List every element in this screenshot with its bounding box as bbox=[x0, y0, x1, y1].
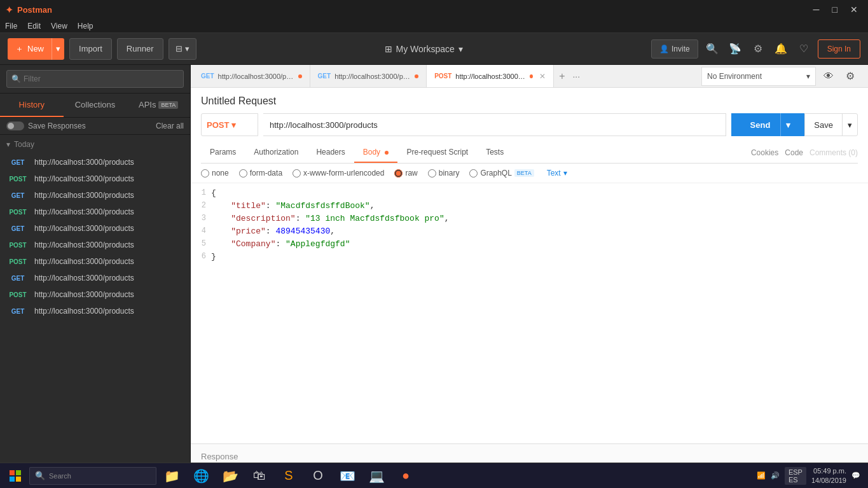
list-item[interactable]: GET http://localhost:3000/products bbox=[0, 220, 190, 237]
list-item[interactable]: POST http://localhost:3000/products bbox=[0, 204, 190, 220]
invite-button[interactable]: 👤 Invite bbox=[651, 39, 698, 59]
sync-icon: ⊟ bbox=[176, 44, 183, 53]
menu-file[interactable]: File bbox=[5, 22, 17, 31]
more-tabs-button[interactable]: ··· bbox=[570, 71, 582, 81]
new-button[interactable]: ＋ New ▾ bbox=[8, 38, 64, 60]
menu-edit[interactable]: Edit bbox=[27, 22, 41, 31]
heart-icon-btn[interactable]: ♡ bbox=[795, 40, 813, 58]
request-tab-1[interactable]: GET http://localhost:3000/products bbox=[310, 65, 427, 87]
taskbar-app-files[interactable]: 📂 bbox=[216, 463, 244, 489]
taskbar-app-sublime[interactable]: S bbox=[275, 463, 303, 489]
radio-urlencoded-input[interactable] bbox=[293, 169, 301, 178]
maximize-button[interactable]: □ bbox=[827, 3, 843, 16]
title-bar-left: ✦ Postman bbox=[5, 4, 52, 16]
satellite-icon-btn[interactable]: 📡 bbox=[726, 40, 744, 58]
radio-none[interactable]: none bbox=[201, 169, 229, 178]
send-button-main[interactable]: Send bbox=[740, 113, 782, 136]
import-button[interactable]: Import bbox=[69, 38, 112, 60]
workspace-button[interactable]: ⊞ My Workspace ▾ bbox=[385, 44, 463, 54]
sidebar-tab-history[interactable]: History bbox=[0, 94, 64, 117]
list-item[interactable]: GET http://localhost:3000/products bbox=[0, 303, 190, 319]
list-item[interactable]: POST http://localhost:3000/products bbox=[0, 171, 190, 187]
tab-close-button[interactable]: ✕ bbox=[539, 72, 546, 81]
taskbar-notification-icon[interactable]: 💬 bbox=[851, 471, 860, 480]
settings-icon-btn[interactable]: ⚙ bbox=[749, 40, 767, 58]
cookies-link[interactable]: Cookies bbox=[751, 148, 778, 157]
taskbar-app-opera[interactable]: O bbox=[304, 463, 332, 489]
save-button[interactable]: Save ▾ bbox=[804, 113, 858, 136]
history-url: http://localhost:3000/products bbox=[34, 241, 134, 249]
list-item[interactable]: GET http://localhost:3000/products bbox=[0, 187, 190, 204]
list-item[interactable]: GET http://localhost:3000/products bbox=[0, 270, 190, 286]
sign-in-button[interactable]: Sign In bbox=[818, 39, 860, 59]
clear-all-button[interactable]: Clear all bbox=[156, 122, 184, 130]
code-line-6: 6 } bbox=[191, 252, 868, 265]
toggle-switch[interactable] bbox=[6, 122, 24, 130]
new-button-main[interactable]: ＋ New bbox=[8, 38, 52, 60]
runner-button[interactable]: Runner bbox=[117, 38, 163, 60]
menu-view[interactable]: View bbox=[51, 22, 67, 31]
tab-url-0: http://localhost:3000/products bbox=[218, 73, 294, 80]
new-button-arrow[interactable]: ▾ bbox=[52, 38, 64, 60]
method-selector[interactable]: POST ▾ bbox=[201, 113, 258, 136]
menu-help[interactable]: Help bbox=[78, 22, 93, 31]
sidebar-tab-collections[interactable]: Collections bbox=[64, 94, 127, 117]
subtab-tests[interactable]: Tests bbox=[477, 143, 513, 163]
taskbar-volume-icon: 🔊 bbox=[771, 471, 780, 480]
close-button[interactable]: ✕ bbox=[845, 3, 863, 16]
sync-button[interactable]: ⊟ ▾ bbox=[169, 38, 196, 60]
radio-raw[interactable]: raw bbox=[394, 169, 417, 178]
filter-icon: 🔍 bbox=[11, 74, 21, 83]
subtab-params[interactable]: Params bbox=[201, 143, 245, 163]
text-format-dropdown[interactable]: Text ▾ bbox=[547, 169, 567, 178]
request-tab-2[interactable]: POST http://localhost:3000/products ✕ bbox=[427, 65, 554, 87]
send-button-arrow[interactable]: ▾ bbox=[781, 113, 796, 136]
taskbar-app-mail[interactable]: 📧 bbox=[333, 463, 361, 489]
code-editor[interactable]: 1 { 2 "title": "MacdfdsfdsffdBook", 3 "d… bbox=[191, 183, 868, 443]
taskbar-app-vscode[interactable]: 💻 bbox=[362, 463, 390, 489]
bell-icon-btn[interactable]: 🔔 bbox=[772, 40, 790, 58]
search-history-btn[interactable]: 🔍 bbox=[703, 40, 721, 58]
radio-binary-input[interactable] bbox=[428, 169, 436, 178]
subtab-authorization[interactable]: Authorization bbox=[245, 143, 307, 163]
list-item[interactable]: POST http://localhost:3000/products bbox=[0, 286, 190, 303]
apis-tab-label: APIs bbox=[139, 100, 156, 109]
taskbar-search[interactable]: 🔍 Search bbox=[29, 467, 156, 485]
send-button[interactable]: Send ▾ bbox=[731, 113, 805, 136]
language-indicator[interactable]: ESPES bbox=[785, 467, 806, 485]
filter-input[interactable] bbox=[6, 70, 184, 88]
add-tab-button[interactable]: + bbox=[556, 71, 567, 82]
radio-graphql-input[interactable] bbox=[469, 169, 478, 178]
radio-none-input[interactable] bbox=[201, 169, 209, 178]
taskbar-app-store[interactable]: 🛍 bbox=[245, 463, 273, 489]
list-item[interactable]: POST http://localhost:3000/products bbox=[0, 253, 190, 270]
env-quick-look-button[interactable]: 👁 bbox=[820, 67, 837, 85]
request-tab-0[interactable]: GET http://localhost:3000/products bbox=[193, 65, 310, 87]
radio-form-data-input[interactable] bbox=[239, 169, 247, 178]
subtab-pre-request[interactable]: Pre-request Script bbox=[397, 143, 477, 163]
minimize-button[interactable]: ─ bbox=[808, 3, 825, 16]
start-button[interactable] bbox=[3, 463, 28, 489]
url-input[interactable] bbox=[263, 113, 726, 136]
save-button-main[interactable]: Save bbox=[805, 114, 843, 136]
radio-form-data[interactable]: form-data bbox=[239, 169, 282, 178]
content-area: GET http://localhost:3000/products GET h… bbox=[191, 65, 868, 469]
radio-raw-input[interactable] bbox=[394, 169, 403, 178]
sidebar-tab-apis[interactable]: APIs BETA bbox=[127, 94, 190, 117]
list-item[interactable]: GET http://localhost:3000/products bbox=[0, 154, 190, 171]
list-item[interactable]: POST http://localhost:3000/products bbox=[0, 237, 190, 253]
beta-badge: BETA bbox=[158, 101, 178, 109]
taskbar-app-explorer[interactable]: 📁 bbox=[158, 463, 186, 489]
environment-selector[interactable]: No Environment ▾ bbox=[701, 67, 816, 86]
comments-link[interactable]: Comments (0) bbox=[809, 148, 858, 157]
code-link[interactable]: Code bbox=[785, 148, 803, 157]
save-button-arrow[interactable]: ▾ bbox=[843, 114, 857, 136]
subtab-headers[interactable]: Headers bbox=[307, 143, 354, 163]
radio-binary[interactable]: binary bbox=[428, 169, 460, 178]
subtab-body[interactable]: Body bbox=[354, 143, 398, 163]
taskbar-app-postman[interactable]: ● bbox=[392, 463, 420, 489]
taskbar-app-edge[interactable]: 🌐 bbox=[187, 463, 215, 489]
radio-graphql[interactable]: GraphQL BETA bbox=[469, 169, 534, 178]
env-settings-button[interactable]: ⚙ bbox=[841, 67, 859, 85]
radio-urlencoded[interactable]: x-www-form-urlencoded bbox=[293, 169, 384, 178]
